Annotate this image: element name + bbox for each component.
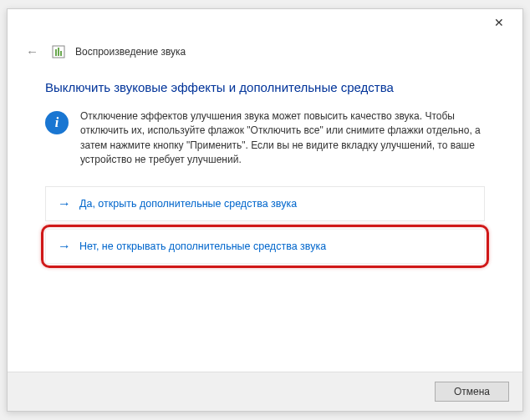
header-nav: ← Воспроизведение звука — [8, 36, 522, 68]
sound-app-icon — [52, 45, 65, 58]
svg-rect-3 — [60, 51, 62, 56]
titlebar: ✕ — [8, 9, 522, 36]
footer: Отмена — [8, 372, 522, 411]
close-button[interactable]: ✕ — [486, 11, 512, 34]
option-no[interactable]: → Нет, не открывать дополнительные средс… — [45, 229, 485, 264]
content-area: Выключить звуковые эффекты и дополнитель… — [8, 68, 522, 268]
page-heading: Выключить звуковые эффекты и дополнитель… — [45, 80, 485, 94]
option-yes[interactable]: → Да, открыть дополнительные средства зв… — [45, 186, 485, 221]
cancel-button[interactable]: Отмена — [435, 382, 509, 402]
arrow-right-icon: → — [58, 196, 71, 211]
troubleshooter-dialog: ✕ ← Воспроизведение звука Выключить звук… — [7, 8, 523, 412]
svg-rect-1 — [55, 49, 57, 56]
info-section: i Отключение эффектов улучшения звука мо… — [45, 109, 485, 168]
breadcrumb-title: Воспроизведение звука — [75, 46, 186, 58]
info-text: Отключение эффектов улучшения звука може… — [80, 109, 485, 168]
info-icon: i — [45, 111, 69, 134]
back-arrow-icon[interactable]: ← — [23, 43, 42, 60]
option-no-label: Нет, не открывать дополнительные средств… — [79, 240, 326, 252]
option-yes-label: Да, открыть дополнительные средства звук… — [79, 198, 297, 210]
svg-rect-2 — [58, 48, 59, 56]
highlight-annotation: → Нет, не открывать дополнительные средс… — [41, 225, 489, 268]
arrow-right-icon: → — [58, 239, 71, 254]
